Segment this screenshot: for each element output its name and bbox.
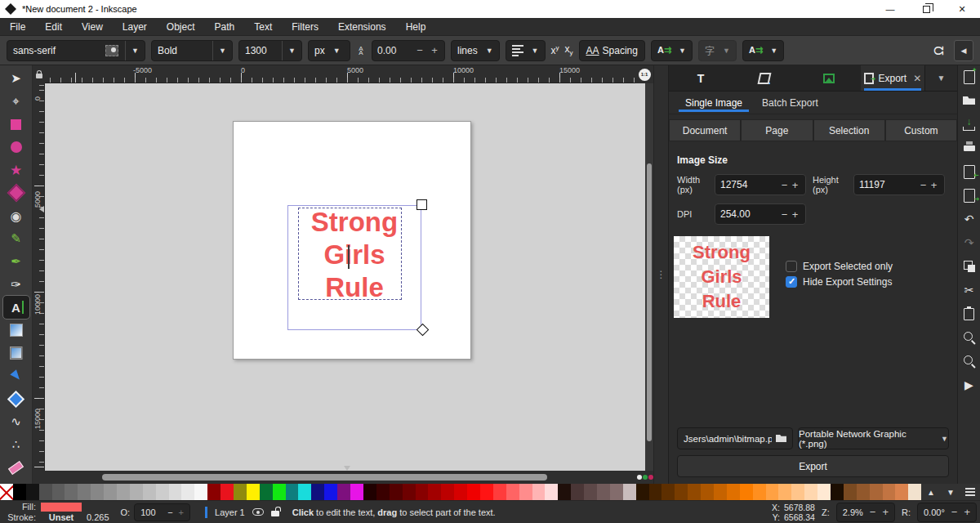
decrement-icon[interactable]: − <box>167 507 172 517</box>
line-spacing-spinner[interactable]: 0.00 − + <box>372 40 445 61</box>
canvas-text[interactable]: Strong Girls Rule <box>287 206 421 304</box>
palette-swatch[interactable] <box>649 484 662 500</box>
mesh-tool-icon[interactable] <box>3 342 29 364</box>
text-tool-icon[interactable]: A <box>3 296 29 319</box>
subscript-button[interactable]: xy <box>565 43 573 56</box>
export-format-select[interactable]: Portable Network Graphic (*.png) ▼ <box>798 427 949 449</box>
spiral-tool-icon[interactable]: ◉ <box>3 204 29 227</box>
word-spacing-select[interactable]: A⇉ ▼ <box>742 40 784 61</box>
menu-item[interactable]: Object <box>167 21 195 33</box>
palette-swatch[interactable] <box>78 484 91 500</box>
selector-tool-icon[interactable]: ➤ <box>3 67 29 90</box>
increment-icon[interactable]: + <box>964 506 970 518</box>
palette-swatch[interactable] <box>519 484 532 500</box>
menu-item[interactable]: Edit <box>45 21 62 33</box>
palette-swatch[interactable] <box>454 484 467 500</box>
export-filename-input[interactable]: Jsers\admin\bitmap.png <box>677 427 793 449</box>
calligraphy-tool-icon[interactable]: ✑ <box>3 273 29 296</box>
palette-swatch[interactable] <box>143 484 156 500</box>
palette-swatch[interactable] <box>337 484 350 500</box>
font-style-select[interactable]: Bold ▼ <box>151 40 233 61</box>
tweak-tool-icon[interactable]: ∿ <box>3 410 29 433</box>
close-tab-icon[interactable]: ✕ <box>913 73 921 84</box>
palette-swatch[interactable] <box>895 484 908 500</box>
palette-swatch[interactable] <box>727 484 740 500</box>
palette-swatch[interactable] <box>169 484 182 500</box>
stroke-width-value[interactable]: 0.265 <box>87 512 109 522</box>
menu-item[interactable]: Filters <box>292 21 318 33</box>
height-input[interactable]: 11197 − + <box>853 174 945 195</box>
rectangle-tool-icon[interactable] <box>3 113 29 136</box>
palette-swatch[interactable] <box>416 484 429 500</box>
palette-swatch[interactable] <box>260 484 273 500</box>
layer-visibility-icon[interactable] <box>252 508 264 516</box>
palette-swatch[interactable] <box>740 484 753 500</box>
menu-item[interactable]: File <box>10 21 25 33</box>
decrement-icon[interactable]: − <box>415 44 425 56</box>
star-tool-icon[interactable]: ★ <box>3 159 29 181</box>
open-document-icon[interactable] <box>961 92 978 109</box>
pencil-tool-icon[interactable]: ✎ <box>3 227 29 250</box>
font-size-unit-select[interactable]: px ▼ <box>308 40 350 61</box>
increment-icon[interactable]: + <box>929 179 939 191</box>
palette-swatch[interactable] <box>597 484 610 500</box>
export-icon[interactable] <box>961 187 978 203</box>
font-size-select[interactable]: 1300 ▼ <box>238 40 302 61</box>
zoom-input[interactable]: 2.9% − + <box>836 503 895 522</box>
palette-swatch[interactable] <box>207 484 220 500</box>
palette-swatch[interactable] <box>791 484 804 500</box>
decrement-icon[interactable]: − <box>779 208 790 221</box>
stroke-value[interactable]: Unset <box>41 512 82 522</box>
line-spacing-unit-select[interactable]: lines ▼ <box>451 40 500 61</box>
palette-swatch[interactable] <box>39 484 52 500</box>
vertical-kerning-select[interactable]: 字 ▼ <box>698 40 737 61</box>
palette-swatch[interactable] <box>91 484 104 500</box>
close-button[interactable]: ✕ <box>944 0 980 18</box>
font-family-select[interactable]: sans-serif ▼ <box>7 40 145 61</box>
eraser-tool-icon[interactable] <box>3 456 29 479</box>
palette-swatch[interactable] <box>428 484 441 500</box>
folder-open-icon[interactable] <box>776 435 786 442</box>
letter-spacing-select[interactable]: A⇉ ▼ <box>651 40 693 61</box>
quick-zoom-button[interactable]: 1:1 <box>635 65 653 83</box>
increment-icon[interactable]: + <box>430 44 439 56</box>
palette-swatch[interactable] <box>584 484 597 500</box>
tab-export[interactable]: Export ✕ <box>861 65 924 91</box>
menu-item[interactable]: Help <box>406 21 426 33</box>
canvas[interactable]: Strong Girls Rule <box>45 83 645 471</box>
increment-icon[interactable]: + <box>882 506 889 518</box>
layer-lock-icon[interactable] <box>271 511 279 516</box>
spacing-button[interactable]: AA Spacing <box>579 40 645 61</box>
menu-item[interactable]: Path <box>215 21 235 33</box>
palette-swatch[interactable] <box>766 484 779 500</box>
opacity-input[interactable]: 100 − + <box>134 503 190 521</box>
export-area-tab[interactable]: Document <box>669 119 741 141</box>
node-tool-icon[interactable]: ⌖ <box>3 90 29 113</box>
dropper-tool-icon[interactable] <box>3 364 29 387</box>
rotation-input[interactable]: 0.00° − + <box>917 503 977 522</box>
palette-swatch[interactable] <box>363 484 376 500</box>
undo-icon[interactable]: ↶ <box>961 211 978 227</box>
export-button[interactable]: Export <box>677 455 949 477</box>
increment-icon[interactable]: + <box>179 507 184 517</box>
palette-swatch[interactable] <box>390 484 403 500</box>
horizontal-ruler[interactable]: -5000050001000015000 <box>45 65 635 83</box>
palette-swatch[interactable] <box>883 484 896 500</box>
palette-swatch[interactable] <box>298 484 311 500</box>
redo-icon[interactable]: ↷ <box>961 235 978 251</box>
duplicate-icon[interactable] <box>961 258 978 275</box>
palette-swatch[interactable] <box>13 484 26 500</box>
paste-icon[interactable] <box>961 306 978 322</box>
palette-menu-button[interactable] <box>960 484 980 500</box>
palette-swatch[interactable] <box>234 484 247 500</box>
palette-swatch[interactable] <box>804 484 817 500</box>
export-area-tab[interactable]: Page <box>741 119 813 141</box>
palette-swatch[interactable] <box>403 484 416 500</box>
menu-item[interactable]: Layer <box>122 21 147 33</box>
palette-swatch[interactable] <box>870 484 883 500</box>
palette-swatch[interactable] <box>831 484 844 500</box>
palette-swatch[interactable] <box>701 484 714 500</box>
ruler-lock-button[interactable] <box>33 65 45 83</box>
snapbar-collapse-button[interactable]: ◀ <box>954 40 973 61</box>
palette-swatch[interactable] <box>117 484 130 500</box>
